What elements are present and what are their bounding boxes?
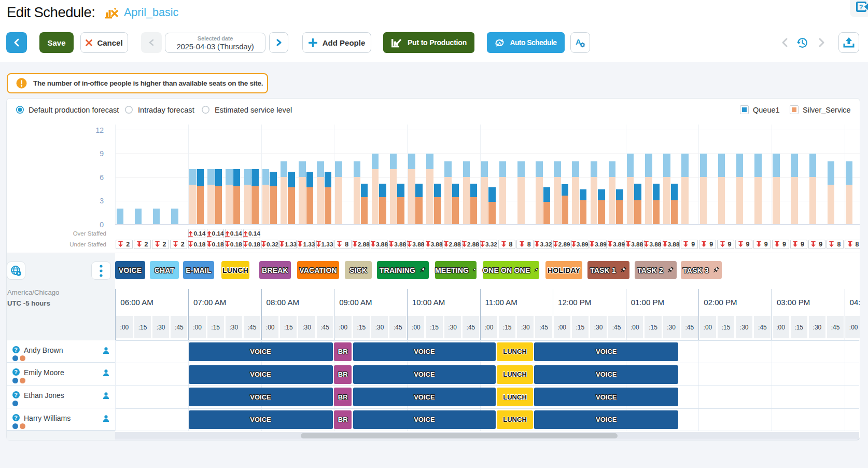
svg-text:A: A (498, 40, 501, 45)
svg-text:?: ? (859, 4, 863, 11)
